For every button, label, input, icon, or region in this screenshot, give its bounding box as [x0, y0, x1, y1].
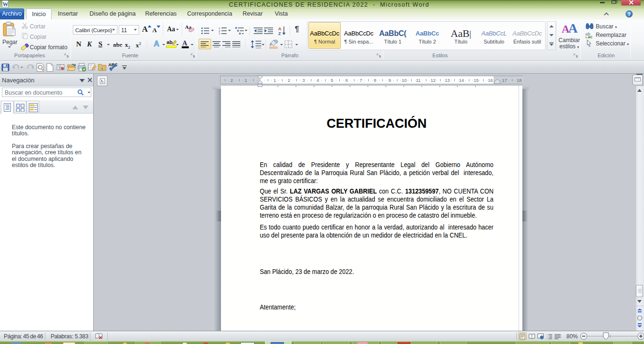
- svg-text:A: A: [278, 26, 282, 31]
- svg-text:ac: ac: [588, 35, 592, 38]
- svg-text:3: 3: [219, 33, 221, 35]
- svg-text:Z: Z: [278, 31, 281, 35]
- svg-text:W: W: [3, 1, 9, 8]
